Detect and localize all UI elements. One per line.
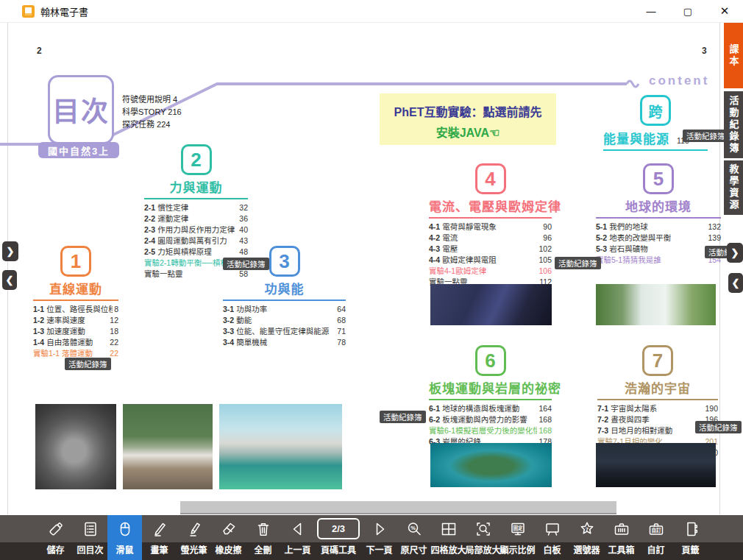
chapter-1-title[interactable]: 直線運動 [33,279,118,297]
zoom-percent-tool[interactable]: %原尺寸 [397,515,431,560]
activity-record-badge[interactable]: 活動紀錄簿 [555,257,601,269]
chapter-3-number-badge[interactable]: 3 [269,246,300,277]
cross-number-badge[interactable]: 跨 [640,95,671,126]
minimize-button[interactable]: — [633,0,669,22]
toc-item-2-3[interactable]: 2-3作用力與反作用力定律40 [144,224,248,235]
train-photo [123,404,213,489]
chapter-4-items: 4-1電荷與靜電現象904-2電流964-3電壓1024-4歐姆定律與電阻105… [429,221,552,288]
close-button[interactable]: ✕ [706,0,743,22]
chapter-7-title[interactable]: 浩瀚的宇宙 [597,378,718,397]
toc-item-5-1[interactable]: 5-1我們的地球132 [596,221,721,233]
toc-item-4-3[interactable]: 4-3電壓102 [429,244,552,255]
toc-item-1-2[interactable]: 1-2速率與速度12 [33,315,118,326]
pen-tool[interactable]: 畫筆 [142,515,177,560]
toc-item-page: 68 [337,315,346,326]
scrollbar-thumb[interactable] [180,501,616,514]
side-tab-activity-book[interactable]: 活動紀錄簿 [724,91,743,158]
next-page-tool[interactable]: 下一頁 [362,515,397,560]
page-indicator-tool[interactable]: 2/3頁碼工具 [315,515,362,560]
toc-item-3-2[interactable]: 3-2動能68 [223,315,346,326]
toolbox-tool[interactable]: 工具箱 [604,515,639,560]
toc-item-exp-4[interactable]: 實驗4-1歐姆定律106 [429,266,552,277]
toc-tool[interactable]: 回目次 [73,515,107,560]
eraser-tool[interactable]: 橡皮擦 [211,515,246,560]
toc-item-2-4[interactable]: 2-4圓周運動與萬有引力43 [144,235,248,247]
chapter-5-items: 5-1我們的地球1325-2地表的改變與平衡1395-3岩石與礦物149實驗5-… [596,221,721,266]
activity-record-badge[interactable]: 活動紀錄簿 [223,258,269,270]
star-number-tool[interactable]: 7選號器 [569,515,604,560]
chapter-6-number-badge[interactable]: 6 [475,345,506,376]
maximize-button[interactable]: ▢ [669,0,706,22]
activity-record-badge[interactable]: 活動紀錄簿 [65,358,111,370]
toc-item-1-3[interactable]: 1-3加速度運動18 [33,326,118,337]
svg-text:%: % [410,524,416,531]
toc-item-exp-6[interactable]: 實驗6-1模擬岩層受力後的變化情形168 [429,425,552,436]
tool-label: 全刪 [254,542,271,560]
toc-item-page: 40 [239,224,248,235]
chapter-2-title[interactable]: 力與運動 [144,177,248,196]
right-edge-prev-button[interactable]: ❮ [728,273,743,293]
prev-page-tool[interactable]: 上一頁 [280,515,315,560]
toc-item-7-1[interactable]: 7-1宇宙與太陽系190 [597,403,718,414]
content-decor-label: content [649,74,709,88]
chapter-1-number-badge[interactable]: 1 [60,246,91,277]
toc-item-2-2[interactable]: 2-2運動定律36 [144,213,248,224]
waterfall-photo [596,284,716,325]
right-edge-next-button[interactable]: ❯ [727,243,743,263]
phet-java-link[interactable]: 安裝JAVA☜ [380,123,556,141]
toc-item-3-4[interactable]: 3-4簡單機械78 [223,337,346,348]
side-tab-teaching-resources[interactable]: 教學資源 [724,160,743,215]
quad-zoom-tool[interactable]: 四格放大 [431,515,466,560]
toc-item-4-1[interactable]: 4-1電荷與靜電現象90 [429,221,552,233]
chapter-5-title[interactable]: 地球的環境 [596,196,721,215]
toc-item-3-1[interactable]: 3-1功與功率64 [223,304,346,315]
chapter-2-number-badge[interactable]: 2 [181,144,212,175]
toc-item-page: 105 [538,255,552,266]
chapter-4-title[interactable]: 電流、電壓與歐姆定律 [429,196,552,215]
chapter-5-number-badge[interactable]: 5 [643,163,674,194]
chapter-7-number-badge[interactable]: 7 [642,345,673,376]
front-matter-item[interactable]: 符號使用說明 4 [122,93,182,106]
save-tool[interactable]: 儲存 [38,515,73,560]
page-tabs-tool[interactable]: 頁籤 [673,515,708,560]
toc-item-1-4[interactable]: 1-4自由落體運動22 [33,337,118,348]
prev-page-icon [289,515,307,542]
toc-item-3-3[interactable]: 3-3位能、能量守恆定律與能源71 [223,326,346,337]
left-edge-prev-button[interactable]: ❮ [2,270,17,290]
toc-item-6-1[interactable]: 6-1地球的構造與板塊運動164 [429,403,552,414]
toc-item-code: 1-2 [33,315,44,326]
activity-record-badge[interactable]: 活動紀錄簿 [683,130,729,142]
front-matter-item[interactable]: 探究任務 224 [122,118,182,131]
toc-item-4-4[interactable]: 4-4歐姆定律與電阻105 [429,255,552,266]
highlighter-tool[interactable]: 螢光筆 [177,515,211,560]
toc-item-exp-5[interactable]: 實驗5-1猜猜我是誰154 [596,255,721,266]
toc-item-5-2[interactable]: 5-2地表的改變與平衡139 [596,233,721,244]
toc-item-5-3[interactable]: 5-3岩石與礦物149 [596,244,721,255]
chapter-4-number-badge[interactable]: 4 [475,163,506,194]
page-indicator[interactable]: 2/3 [317,518,360,539]
activity-record-badge[interactable]: 活動紀錄簿 [695,421,742,433]
chapter-3-title[interactable]: 功與能 [223,279,346,297]
toc-item-title: 歐姆定律與電阻 [442,255,537,266]
activity-record-badge[interactable]: 活動紀錄簿 [380,411,426,423]
display-scale-tool[interactable]: 固定顯示比例 [500,515,535,560]
left-edge-next-button[interactable]: ❯ [2,241,18,261]
book-grade-label: 國中自然3上 [38,142,119,158]
toc-item-4-2[interactable]: 4-2電流96 [429,233,552,244]
whiteboard-tool[interactable]: 白板 [535,515,569,560]
window-controls: —▢✕ [633,0,743,22]
region-zoom-tool[interactable]: 局部放大 [466,515,500,560]
trash-tool[interactable]: 全刪 [246,515,280,560]
front-matter-item[interactable]: 科學STORY 216 [122,106,182,118]
side-tab-textbook[interactable]: 課本 [724,23,743,88]
chapter-6-title[interactable]: 板塊運動與岩層的祕密 [429,378,552,397]
toc-item-title: 地表的改變與平衡 [609,233,706,244]
toc-item-page: 132 [708,221,721,233]
horizontal-scrollbar[interactable] [180,501,616,513]
toc-item-code: 4-3 [429,244,440,255]
toc-item-2-1[interactable]: 2-1慣性定律32 [144,202,248,213]
toc-item-1-1[interactable]: 1-1位置、路徑長與位移8 [33,304,118,315]
mouse-tool[interactable]: 滑鼠 [107,515,142,560]
custom-toolbox-tool[interactable]: 自訂自訂 [639,515,673,560]
toc-item-6-2[interactable]: 6-2板塊運動與內營力的影響168 [429,414,552,425]
